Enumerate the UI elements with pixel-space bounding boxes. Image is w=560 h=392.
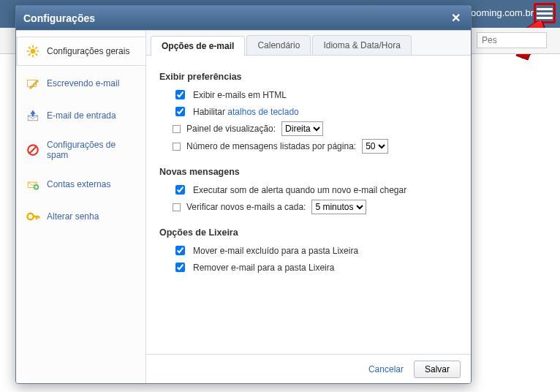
select-preview-pane[interactable]: Direita [281,121,323,136]
bullet-icon [173,203,181,211]
pencil-icon [25,75,41,91]
svg-point-21 [28,214,34,219]
tab-calendar[interactable]: Calendário [246,35,311,55]
select-check-interval[interactable]: 5 minutos [311,200,366,214]
sidebar-item-password[interactable]: Alterar senha [16,202,145,231]
label-remove-trash: Remover e-mail para a pasta Lixeira [193,263,334,273]
settings-tabs: Opções de e-mail Calendário Idioma & Dat… [146,31,471,56]
sidebar-item-label: Configurações de spam [47,140,138,160]
checkbox-play-sound[interactable] [175,185,185,195]
select-per-page[interactable]: 50 [362,139,388,154]
svg-point-3 [31,49,36,54]
sidebar-item-general[interactable]: Configurações gerais [16,37,145,66]
sidebar-item-incoming[interactable]: E-mail de entrada [16,101,145,130]
save-button[interactable]: Salvar [414,361,461,378]
label-show-html: Exibir e-mails em HTML [193,90,287,100]
settings-dialog: Configurações ✕ Configurações gerais Esc… [15,5,472,384]
link-keyboard-shortcuts[interactable]: atalhos de teclado [227,107,298,117]
sidebar-item-label: E-mail de entrada [47,110,116,121]
sidebar-item-label: Alterar senha [47,211,99,222]
checkbox-move-trash[interactable] [175,246,185,255]
hamburger-icon[interactable] [537,6,553,20]
svg-line-9 [35,53,37,56]
tab-locale[interactable]: Idioma & Data/Hora [312,35,411,55]
svg-line-8 [29,47,31,49]
dialog-titlebar: Configurações ✕ [16,6,471,30]
settings-content: Exibir preferências Exibir e-mails em HT… [146,56,471,354]
dialog-title: Configurações [23,12,95,24]
bullet-icon [173,143,181,151]
sidebar-item-external[interactable]: Contas externas [16,170,145,199]
section-trash: Opções de Lixeira [159,227,458,238]
sidebar-item-label: Configurações gerais [47,46,129,56]
label-preview-pane: Painel de visualização: [186,124,276,134]
sidebar-item-label: Contas externas [47,179,110,189]
section-new-messages: Novas mensagens [159,167,458,177]
key-icon [25,208,41,225]
checkbox-remove-trash[interactable] [175,263,185,272]
label-per-page: Número de mensagens listadas por página: [186,141,356,151]
close-icon[interactable]: ✕ [448,11,463,25]
tab-email-options[interactable]: Opções de e-mail [151,36,245,56]
sidebar-item-compose[interactable]: Escrevendo e-mail [16,69,145,98]
svg-line-11 [29,53,31,56]
dialog-footer: Cancelar Salvar [146,354,471,383]
label-move-trash: Mover e-mail excluído para a pasta Lixei… [193,246,358,256]
checkbox-enable-shortcuts[interactable] [175,107,185,116]
bullet-icon [173,125,181,133]
inbox-arrow-icon [25,108,41,124]
block-icon [25,142,41,158]
add-account-icon [25,176,41,192]
label-enable-shortcuts: Habilitar atalhos de teclado [193,107,299,117]
sidebar-item-label: Escrevendo e-mail [47,78,119,88]
svg-line-10 [35,47,37,49]
checkbox-show-html[interactable] [175,90,185,99]
section-display-prefs: Exibir preferências [159,72,458,82]
sidebar-item-spam[interactable]: Configurações de spam [16,133,145,167]
label-check-interval: Verificar novos e-mails a cada: [186,202,306,212]
label-play-sound: Executar som de alerta quando um novo e-… [193,185,406,195]
cancel-button[interactable]: Cancelar [368,364,404,374]
svg-line-16 [30,147,37,154]
gear-icon [25,43,41,59]
settings-sidebar: Configurações gerais Escrevendo e-mail E… [16,31,146,383]
search-input[interactable] [477,32,547,48]
